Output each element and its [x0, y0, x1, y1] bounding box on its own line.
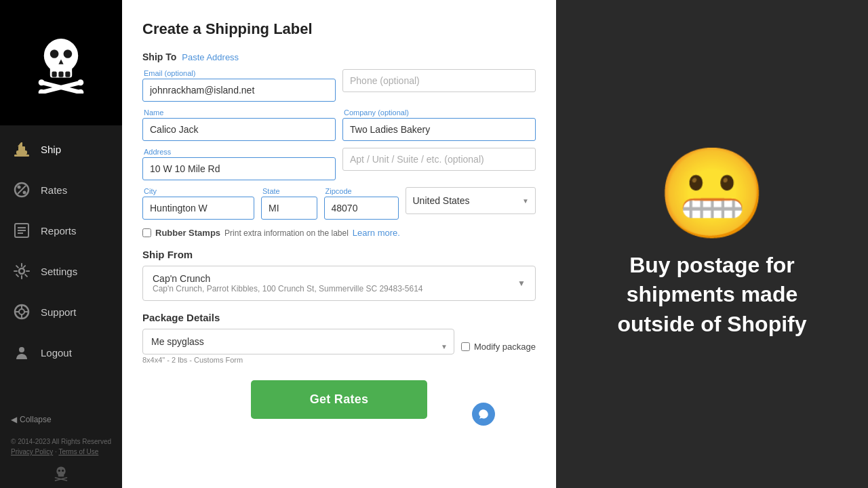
package-details-text: 8x4x4" - 2 lbs - Customs Form — [142, 356, 454, 364]
form-panel: Create a Shipping Label Ship To Paste Ad… — [122, 0, 556, 488]
state-label: State — [261, 187, 317, 195]
ship-to-header: Ship To Paste Address — [142, 52, 536, 62]
svg-point-22 — [23, 191, 26, 195]
sidebar-nav: Ship Rates — [0, 125, 122, 408]
ship-to-label: Ship To — [142, 52, 176, 62]
package-section: Package Details Me spyglass 8x4x4" - 2 l… — [142, 312, 536, 364]
phone-group — [342, 69, 536, 102]
sidebar-item-rates[interactable]: Rates — [0, 169, 122, 210]
svg-rect-16 — [18, 146, 25, 151]
country-select-wrapper: United States Canada United Kingdom — [406, 187, 536, 214]
name-field[interactable] — [142, 118, 336, 141]
rubber-stamps-row: Rubber Stamps Print extra information on… — [142, 228, 536, 238]
sidebar-item-reports[interactable]: Reports — [0, 210, 122, 251]
learn-more-link[interactable]: Learn more. — [353, 228, 400, 238]
main-area: Create a Shipping Label Ship To Paste Ad… — [122, 0, 868, 488]
email-group: Email (optional) — [142, 69, 336, 102]
address-row: Address — [142, 148, 536, 180]
svg-point-3 — [50, 49, 59, 58]
sidebar-item-reports-label: Reports — [41, 225, 77, 237]
rubber-stamps-label: Rubber Stamps — [155, 228, 220, 238]
address-label: Address — [142, 148, 336, 156]
page-title: Create a Shipping Label — [142, 20, 536, 38]
svg-point-4 — [64, 49, 73, 58]
sidebar-item-settings[interactable]: Settings — [0, 251, 122, 291]
state-group: State — [261, 187, 317, 220]
email-label: Email (optional) — [142, 69, 336, 77]
package-row: Me spyglass 8x4x4" - 2 lbs - Customs For… — [142, 329, 536, 364]
svg-point-12 — [77, 79, 83, 85]
email-field[interactable] — [142, 79, 336, 102]
collapse-label: Collapse — [20, 415, 52, 424]
sidebar-item-support-label: Support — [41, 306, 77, 318]
reports-icon — [11, 220, 33, 241]
ship-from-name: Cap'n Crunch — [153, 273, 512, 284]
package-section-label: Package Details — [142, 312, 536, 323]
modify-package[interactable]: Modify package — [461, 342, 536, 352]
package-select[interactable]: Me spyglass — [142, 329, 454, 354]
phone-field[interactable] — [342, 69, 536, 92]
address2-group — [342, 148, 536, 180]
svg-rect-37 — [58, 474, 64, 476]
svg-point-38 — [58, 470, 60, 472]
sidebar-bottom-skull — [0, 465, 122, 488]
country-group: United States Canada United Kingdom — [406, 187, 536, 220]
support-icon — [11, 301, 33, 323]
rates-icon — [11, 179, 33, 201]
name-label: Name — [142, 108, 336, 117]
emoji-illustration: 😬 — [657, 149, 767, 237]
svg-point-11 — [39, 79, 45, 85]
rubber-stamps-checkbox[interactable] — [142, 228, 151, 237]
company-label: Company (optional) — [342, 108, 536, 117]
ship-from-dropdown-arrow-icon: ▼ — [517, 279, 526, 288]
address-field[interactable] — [142, 157, 336, 180]
address2-field[interactable] — [342, 148, 536, 171]
ship-from-section: Ship From Cap'n Crunch Cap'n Crunch, Par… — [142, 249, 536, 301]
email-phone-row: Email (optional) — [142, 69, 536, 102]
svg-rect-19 — [14, 155, 29, 157]
sidebar-item-logout-label: Logout — [41, 347, 72, 359]
sidebar-item-settings-label: Settings — [41, 266, 77, 277]
svg-rect-6 — [52, 71, 57, 77]
collapse-button[interactable]: ◀ Collapse — [0, 408, 122, 431]
sidebar-item-ship[interactable]: Ship — [0, 129, 122, 169]
zipcode-field[interactable] — [324, 197, 399, 220]
package-dropdown-wrap: Me spyglass 8x4x4" - 2 lbs - Customs For… — [142, 329, 454, 364]
paste-address-link[interactable]: Paste Address — [182, 52, 239, 62]
sidebar-footer: © 2014-2023 All Rights ReservedPrivacy P… — [0, 431, 122, 465]
svg-point-30 — [19, 309, 24, 314]
right-panel: 😬 Buy postage for shipments made outside… — [556, 0, 868, 488]
city-group: City — [142, 187, 254, 220]
get-rates-button[interactable]: Get Rates — [251, 380, 427, 419]
modify-package-checkbox[interactable] — [461, 342, 470, 351]
logout-icon — [11, 342, 33, 363]
svg-rect-8 — [65, 71, 70, 77]
ship-from-dropdown[interactable]: Cap'n Crunch Cap'n Crunch, Parrot Kibble… — [142, 266, 536, 301]
svg-marker-18 — [18, 142, 21, 146]
country-select[interactable]: United States Canada United Kingdom — [406, 187, 536, 214]
logo-area — [0, 0, 122, 125]
svg-point-21 — [18, 186, 21, 189]
name-company-row: Name Company (optional) — [142, 108, 536, 141]
city-field[interactable] — [142, 197, 254, 220]
sidebar-item-logout[interactable]: Logout — [0, 332, 122, 373]
company-field[interactable] — [342, 118, 536, 141]
footer-text: © 2014-2023 All Rights ReservedPrivacy P… — [11, 438, 111, 455]
settings-icon — [11, 260, 33, 282]
svg-point-35 — [19, 347, 24, 352]
sidebar-item-rates-label: Rates — [41, 184, 67, 196]
city-label: City — [142, 187, 254, 195]
modify-package-label: Modify package — [474, 342, 536, 352]
svg-rect-17 — [21, 142, 22, 147]
name-group: Name — [142, 108, 336, 141]
svg-point-39 — [62, 470, 64, 472]
city-state-zip-country-row: City State Zipcode United States Canada … — [142, 187, 536, 220]
ship-from-label: Ship From — [142, 249, 536, 260]
address-group: Address — [142, 148, 336, 180]
sidebar-item-support[interactable]: Support — [0, 291, 122, 332]
promo-text: Buy postage for shipments made outside o… — [590, 251, 834, 339]
rubber-stamps-desc: Print extra information on the label — [224, 228, 349, 238]
svg-rect-7 — [58, 71, 63, 77]
state-field[interactable] — [261, 197, 317, 220]
chat-bubble-button[interactable] — [472, 403, 495, 426]
